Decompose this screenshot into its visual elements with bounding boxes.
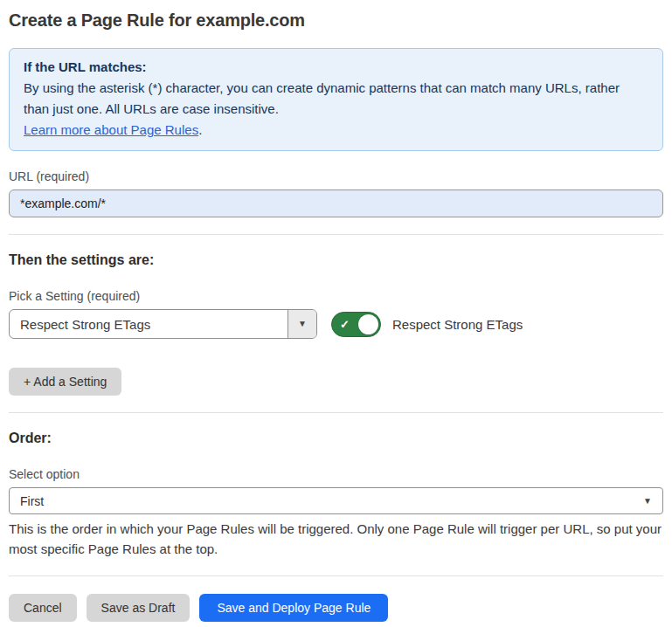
url-label: URL (required) — [9, 169, 663, 183]
create-page-rule-form: Create a Page Rule for example.com If th… — [0, 0, 672, 622]
section-divider — [9, 412, 663, 413]
info-box-link-line: Learn more about Page Rules. — [24, 120, 648, 141]
order-select-value: First — [20, 494, 44, 508]
check-icon: ✓ — [340, 318, 350, 331]
learn-more-link[interactable]: Learn more about Page Rules — [24, 122, 198, 137]
pick-setting-group: Pick a Setting (required) Respect Strong… — [9, 289, 663, 339]
caret-down-icon: ▼ — [298, 320, 307, 328]
toggle-label: Respect Strong ETags — [392, 317, 523, 332]
setting-row: Respect Strong ETags ▼ ✓ Respect Strong … — [9, 309, 663, 339]
setting-select-arrow-button[interactable]: ▼ — [288, 310, 316, 338]
respect-strong-etags-toggle[interactable]: ✓ — [331, 312, 381, 337]
info-box-body: By using the asterisk (*) character, you… — [24, 78, 648, 120]
caret-down-icon: ▼ — [643, 497, 652, 506]
section-divider — [9, 234, 663, 235]
order-section-heading: Order: — [9, 431, 663, 446]
page-title: Create a Page Rule for example.com — [9, 10, 663, 31]
order-help-text: This is the order in which your Page Rul… — [9, 519, 663, 559]
order-select[interactable]: First ▼ — [9, 487, 663, 514]
save-deploy-button[interactable]: Save and Deploy Page Rule — [199, 594, 388, 622]
info-box-heading: If the URL matches: — [24, 57, 648, 78]
cancel-button[interactable]: Cancel — [9, 594, 77, 622]
select-option-label: Select option — [9, 467, 663, 481]
pick-setting-label: Pick a Setting (required) — [9, 289, 663, 303]
add-setting-button[interactable]: + Add a Setting — [9, 368, 121, 396]
settings-section-heading: Then the settings are: — [9, 252, 663, 268]
url-match-info-box: If the URL matches: By using the asteris… — [9, 48, 663, 151]
order-select-group: Select option First ▼ This is the order … — [9, 467, 663, 559]
footer-divider — [9, 575, 663, 576]
setting-select-value: Respect Strong ETags — [10, 317, 150, 332]
url-input[interactable] — [9, 189, 663, 217]
url-field-group: URL (required) — [9, 169, 663, 217]
save-draft-button[interactable]: Save as Draft — [87, 594, 191, 622]
setting-select[interactable]: Respect Strong ETags ▼ — [9, 309, 317, 339]
toggle-knob — [358, 314, 378, 334]
link-period: . — [198, 122, 202, 137]
footer-button-row: Cancel Save as Draft Save and Deploy Pag… — [9, 594, 663, 622]
